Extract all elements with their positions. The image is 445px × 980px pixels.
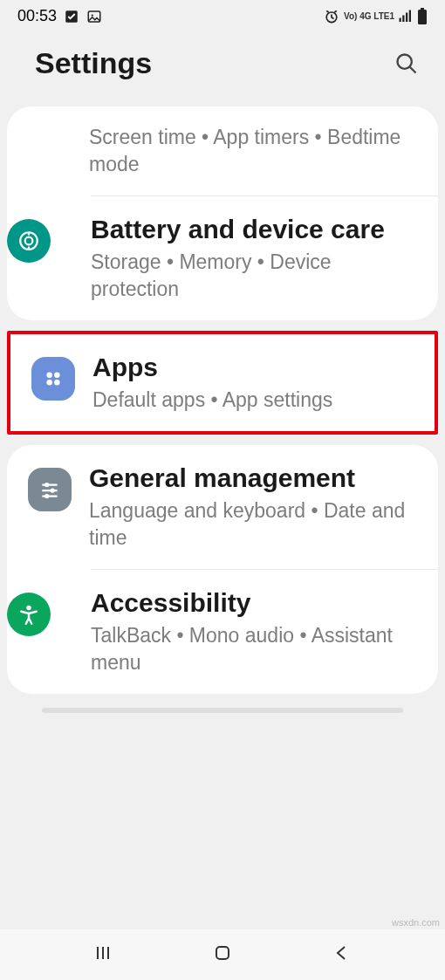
status-bar: 00:53 Vo) 4G LTE1 (0, 0, 445, 29)
svg-line-11 (410, 66, 416, 72)
apps-icon (31, 357, 75, 401)
navigation-bar (0, 929, 445, 980)
battery-care-icon (7, 219, 51, 263)
svg-point-24 (26, 606, 31, 610)
row-sub: Storage • Memory • Device protection (91, 249, 417, 303)
recents-icon (92, 942, 113, 963)
nav-back-button[interactable] (332, 942, 353, 967)
svg-point-23 (44, 494, 49, 498)
svg-point-14 (46, 373, 52, 379)
svg-point-21 (51, 489, 55, 493)
scroll-indicator (42, 708, 403, 713)
network-type-text: Vo) 4G LTE1 (344, 12, 394, 21)
page-header: Settings (0, 29, 445, 106)
card-general: General management Language and keyboard… (7, 445, 438, 694)
row-sub: Default apps • App settings (92, 387, 414, 414)
svg-rect-9 (418, 10, 427, 24)
card-apps-highlighted: Apps Default apps • App settings (7, 331, 438, 435)
svg-point-16 (46, 380, 52, 386)
checkbox-icon (64, 9, 79, 24)
row-battery-device-care[interactable]: Battery and device care Storage • Memory… (91, 195, 438, 320)
home-icon (212, 942, 233, 963)
row-accessibility[interactable]: Accessibility TalkBack • Mono audio • As… (91, 569, 438, 694)
row-title: General management (89, 463, 417, 494)
row-apps[interactable]: Apps Default apps • App settings (10, 334, 435, 431)
alarm-icon (323, 8, 340, 25)
settings-list: Screen time • App timers • Bedtime mode … (0, 106, 445, 713)
signal-icon (398, 9, 414, 24)
battery-icon (417, 8, 428, 25)
search-button[interactable] (394, 51, 419, 76)
row-title: Apps (92, 352, 414, 383)
row-sub: Screen time • App timers • Bedtime mode (89, 124, 417, 178)
svg-point-13 (25, 237, 33, 245)
search-icon (394, 51, 419, 76)
svg-point-10 (398, 54, 412, 68)
image-icon (86, 9, 102, 24)
row-sub: Language and keyboard • Date and time (89, 497, 417, 552)
accessibility-icon (7, 593, 51, 636)
svg-rect-8 (421, 8, 424, 10)
row-title: Accessibility (91, 587, 417, 619)
row-digital-wellbeing[interactable]: Screen time • App timers • Bedtime mode (7, 106, 438, 195)
row-title: Battery and device care (91, 214, 417, 245)
svg-point-19 (44, 483, 49, 487)
svg-point-15 (54, 373, 60, 379)
svg-rect-7 (409, 10, 411, 22)
svg-point-2 (92, 14, 93, 16)
row-sub: TalkBack • Mono audio • Assistant menu (91, 622, 417, 676)
svg-rect-6 (406, 12, 407, 22)
nav-recents-button[interactable] (92, 942, 113, 967)
page-title: Settings (35, 46, 152, 80)
svg-rect-5 (402, 15, 404, 22)
row-general-management[interactable]: General management Language and keyboard… (7, 445, 438, 569)
watermark-text: wsxdn.com (392, 917, 440, 928)
svg-point-17 (54, 380, 60, 386)
status-right: Vo) 4G LTE1 (323, 8, 428, 25)
card-device: Screen time • App timers • Bedtime mode … (7, 106, 438, 320)
clock-text: 00:53 (17, 7, 57, 25)
svg-rect-28 (216, 947, 229, 959)
svg-rect-4 (400, 17, 401, 22)
back-icon (332, 942, 353, 963)
spacer-icon (28, 129, 72, 173)
general-management-icon (28, 468, 72, 511)
status-left: 00:53 (17, 7, 102, 25)
nav-home-button[interactable] (212, 942, 233, 967)
